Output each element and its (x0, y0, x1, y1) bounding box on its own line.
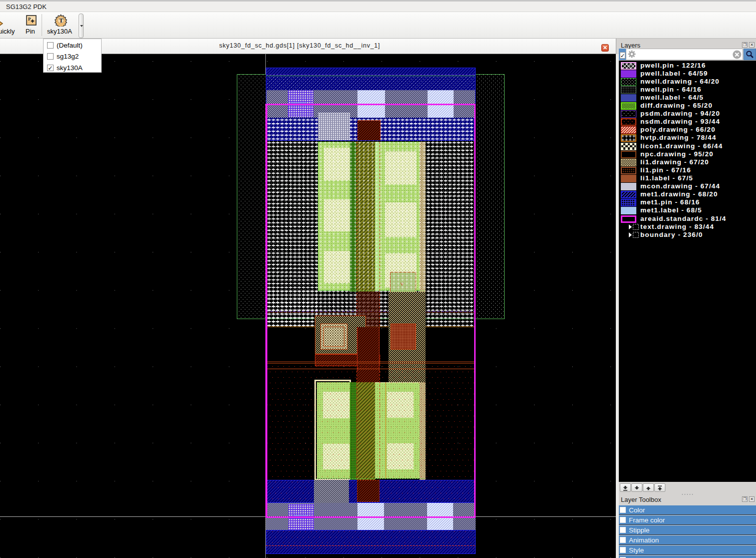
svg-text:T: T (59, 17, 64, 24)
svg-text:P: P (28, 17, 31, 22)
